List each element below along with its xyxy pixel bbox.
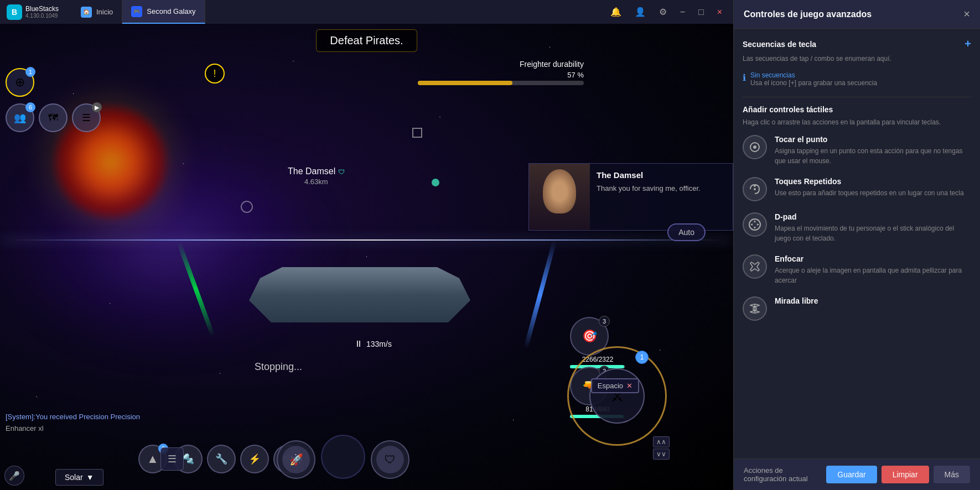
- list-badge: ▶: [92, 102, 102, 112]
- system-log: [System]:You received Precision Precisio…: [6, 411, 140, 435]
- clear-button[interactable]: Limpiar: [882, 466, 929, 483]
- control-item-freelook[interactable]: Mirada libre: [743, 296, 971, 321]
- no-sequences-link[interactable]: Sin secuencias: [750, 71, 877, 79]
- arrow-down-btn[interactable]: ∨∨: [653, 449, 670, 460]
- target-circle: [241, 201, 253, 213]
- more-button[interactable]: Más: [934, 466, 970, 483]
- tab-game-label: Second Galaxy: [147, 7, 195, 15]
- repeat-item-text: Toques Repetidos Use esto para añadir to…: [775, 177, 971, 198]
- divider-1: [743, 97, 971, 97]
- quest-banner: Defeat Pirates.: [316, 29, 417, 52]
- game-area[interactable]: Defeat Pirates. ! Freighter durability 5…: [0, 24, 733, 490]
- main-action-ring: 1 ⚔: [567, 346, 667, 446]
- control-item-tap[interactable]: Tocar el punto Asigna tapping en un punt…: [743, 135, 971, 166]
- minimize-button[interactable]: −: [676, 5, 689, 19]
- npc-dialog-content[interactable]: The Damsel Thank you for saving me, offi…: [590, 164, 733, 230]
- quest-title: Defeat Pirates.: [330, 34, 403, 47]
- zoom-item-text: Enfocar Acerque o aleje la imagen en pan…: [775, 254, 971, 285]
- info-icon: ℹ: [743, 72, 746, 83]
- list-icon-btn[interactable]: ☰ ▶: [72, 103, 101, 132]
- solar-label: Solar: [65, 473, 83, 482]
- npc-dialog: The Damsel Thank you for saving me, offi…: [528, 163, 733, 231]
- action-slot-3[interactable]: 🛡: [371, 440, 409, 479]
- panel-close-button[interactable]: ×: [963, 8, 970, 20]
- section2-title: Añadir controles táctiles: [743, 105, 833, 114]
- target-square: [412, 128, 422, 138]
- arrow-up-btn[interactable]: ∧∧: [653, 436, 670, 447]
- dpad-icon: [748, 218, 761, 231]
- npc-dialog-text: Thank you for saving me, officer.: [597, 183, 726, 194]
- panel-title: Controles de juego avanzados: [744, 9, 872, 19]
- section1-add-button[interactable]: +: [965, 38, 971, 50]
- panel-content[interactable]: Secuencias de tecla + Las secuencias de …: [734, 29, 980, 458]
- save-button[interactable]: Guardar: [826, 466, 877, 483]
- control-item-dpad[interactable]: D-pad Mapea el movimiento de tu personaj…: [743, 212, 971, 243]
- auto-button[interactable]: Auto: [667, 223, 706, 241]
- svg-point-3: [754, 185, 756, 187]
- zoom-icon: [748, 260, 761, 273]
- log-line1: [System]:You received Precision Precisio…: [6, 411, 140, 423]
- action-btn-2[interactable]: 🔧: [207, 445, 236, 473]
- close-button[interactable]: ×: [713, 5, 727, 19]
- top-hud: Defeat Pirates.: [0, 29, 733, 52]
- action-slot-2[interactable]: [321, 435, 365, 479]
- npc-space-dist: 4.63km: [288, 178, 345, 186]
- control-item-zoom[interactable]: Enfocar Acerque o aleje la imagen en pan…: [743, 254, 971, 285]
- control-item-repeat[interactable]: Toques Repetidos Use esto para añadir to…: [743, 177, 971, 201]
- target-badge: 1: [25, 67, 35, 77]
- tab-game[interactable]: 🎮 Second Galaxy: [122, 0, 205, 24]
- notification-button[interactable]: 🔔: [606, 4, 626, 19]
- quest-icon[interactable]: !: [205, 64, 225, 84]
- npc-space-name: The Damsel 🛡: [288, 166, 345, 176]
- horizon-line: [0, 239, 733, 241]
- freelook-item-text: Mirada libre: [775, 296, 971, 307]
- log-highlight: Precision: [111, 413, 140, 421]
- group-icon-btn[interactable]: 👥 6: [6, 103, 34, 132]
- tap-item-title: Tocar el punto: [775, 135, 971, 144]
- action-btn-3[interactable]: ⚡: [240, 445, 269, 473]
- tab-home[interactable]: 🏠 Inicio: [72, 0, 122, 24]
- freighter-bar-bg: [418, 81, 584, 85]
- tab-home-label: Inicio: [96, 8, 113, 16]
- footer-buttons: Guardar Limpiar Más: [826, 466, 970, 483]
- group-badge: 6: [25, 102, 35, 112]
- npc-dialog-name: The Damsel: [597, 170, 726, 180]
- svg-point-2: [754, 188, 756, 190]
- action-slot-1[interactable]: 🚀: [277, 440, 315, 479]
- zoom-item-desc: Acerque o aleje la imagen en pantalla qu…: [775, 265, 971, 285]
- section1-title: Secuencias de tecla: [743, 40, 816, 49]
- titlebar: B BlueStacks 4.130.0.1049 🏠 Inicio 🎮 Sec…: [0, 0, 733, 24]
- mic-button[interactable]: 🎤: [4, 466, 24, 486]
- ring-inner-button[interactable]: ⚔: [589, 368, 645, 424]
- repeat-icon: [748, 183, 761, 196]
- ring-number: 1: [635, 351, 649, 364]
- stopping-text: Stopping...: [255, 361, 302, 373]
- target-icon-btn[interactable]: ⊕ 1: [6, 68, 34, 97]
- ring-outer: 1 ⚔: [567, 346, 667, 446]
- slot-3-number: 3: [599, 316, 610, 327]
- settings-button[interactable]: ⚙: [655, 4, 671, 19]
- speed-value: 133m/s: [366, 340, 392, 348]
- hamburger-menu-button[interactable]: ☰: [160, 447, 184, 471]
- arrow-buttons: ∧∧ ∨∨: [653, 436, 670, 460]
- pause-icon: ⏸: [354, 339, 363, 349]
- dpad-item-desc: Mapea el movimiento de tu personaje o el…: [775, 223, 971, 243]
- map-icon-btn[interactable]: 🗺: [39, 103, 68, 132]
- bluestacks-logo[interactable]: B BlueStacks 4.130.0.1049: [0, 4, 72, 20]
- solar-dropdown-icon: ▼: [86, 473, 94, 482]
- svg-marker-5: [754, 220, 756, 222]
- ship-body: [249, 267, 470, 322]
- dpad-icon-circle: [743, 212, 767, 237]
- profile-button[interactable]: 👤: [630, 4, 650, 19]
- key-x-button[interactable]: ✕: [626, 382, 632, 390]
- npc-face: [543, 169, 576, 213]
- sequence-hint: ℹ Sin secuencias Usa el icono [+] para g…: [743, 71, 971, 89]
- sequence-sub-hint: Usa el icono [+] para grabar una secuenc…: [750, 79, 877, 87]
- tap-icon-circle: [743, 135, 767, 159]
- app-name: BlueStacks: [25, 5, 59, 13]
- spacebar-label: Espacio: [598, 382, 623, 390]
- maximize-button[interactable]: □: [694, 5, 708, 19]
- solar-system-button[interactable]: Solar ▼: [55, 469, 103, 486]
- tap-item-text: Tocar el punto Asigna tapping en un punt…: [775, 135, 971, 166]
- zoom-item-title: Enfocar: [775, 254, 971, 263]
